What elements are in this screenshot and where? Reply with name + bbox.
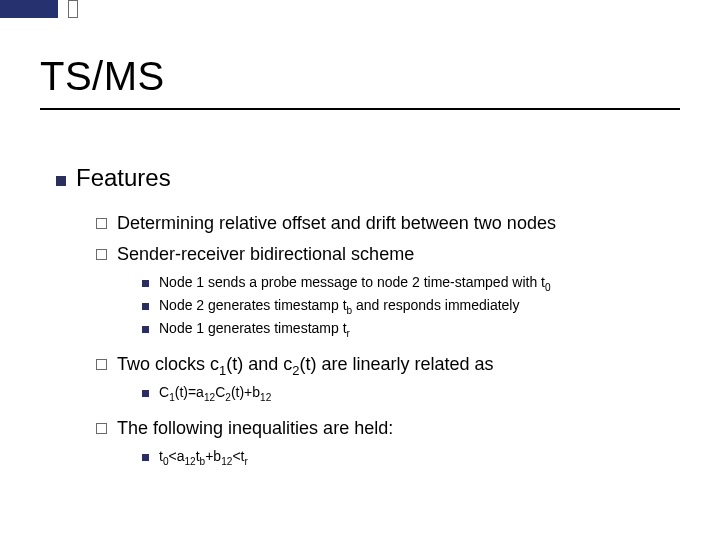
- slide-title: TS/MS: [40, 54, 165, 99]
- text: Node 1 generates timestamp tr: [159, 318, 350, 339]
- text: Determining relative offset and drift be…: [117, 210, 556, 237]
- slide-body: Features Determining relative offset and…: [56, 160, 680, 469]
- square-bullet-icon: [142, 390, 149, 397]
- header-accent-dark: [0, 0, 58, 18]
- bullet-node2: Node 2 generates timestamp tb and respon…: [142, 295, 680, 316]
- text: C1(t)=a12C2(t)+b12: [159, 382, 271, 403]
- bullet-clocks: Two clocks c1(t) and c2(t) are linearly …: [96, 351, 680, 378]
- features-label: Features: [76, 160, 171, 196]
- square-bullet-icon: [142, 280, 149, 287]
- bullet-determining: Determining relative offset and drift be…: [96, 210, 680, 237]
- header-band: [0, 0, 720, 18]
- hollow-square-icon: [96, 218, 107, 229]
- text: Node 1 sends a probe message to node 2 t…: [159, 272, 551, 293]
- text: Node 2 generates timestamp tb and respon…: [159, 295, 519, 316]
- text: Sender-receiver bidirectional scheme: [117, 241, 414, 268]
- square-bullet-icon: [56, 176, 66, 186]
- bullet-node1: Node 1 generates timestamp tr: [142, 318, 680, 339]
- header-strip: [78, 0, 720, 6]
- title-underline: [40, 108, 680, 110]
- text: Two clocks c1(t) and c2(t) are linearly …: [117, 351, 494, 378]
- bullet-probe: Node 1 sends a probe message to node 2 t…: [142, 272, 680, 293]
- hollow-square-icon: [96, 249, 107, 260]
- bullet-scheme: Sender-receiver bidirectional scheme: [96, 241, 680, 268]
- header-gap: [58, 0, 68, 18]
- text: The following inequalities are held:: [117, 415, 393, 442]
- bullet-inequality-eq: t0<a12tb+b12<tr: [142, 446, 680, 467]
- square-bullet-icon: [142, 326, 149, 333]
- bullet-features: Features: [56, 160, 680, 196]
- text: t0<a12tb+b12<tr: [159, 446, 248, 467]
- hollow-square-icon: [96, 359, 107, 370]
- header-accent-outline: [68, 0, 78, 18]
- square-bullet-icon: [142, 454, 149, 461]
- square-bullet-icon: [142, 303, 149, 310]
- bullet-inequalities: The following inequalities are held:: [96, 415, 680, 442]
- hollow-square-icon: [96, 423, 107, 434]
- bullet-equation: C1(t)=a12C2(t)+b12: [142, 382, 680, 403]
